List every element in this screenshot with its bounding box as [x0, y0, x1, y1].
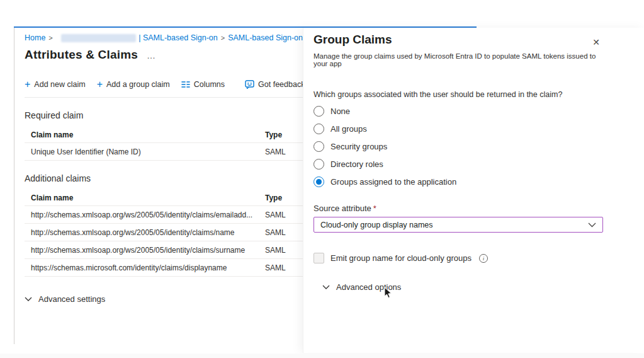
- chevron-down-icon: [25, 297, 32, 301]
- radio-icon: [314, 124, 324, 134]
- breadcrumb: Home > | SAML-based Sign-on > SAML-based…: [25, 33, 303, 42]
- required-claim-heading: Required claim: [25, 110, 303, 120]
- panel-subtitle: Manage the group claims used by Microsof…: [314, 52, 609, 67]
- radio-icon: [314, 141, 324, 152]
- table-header-row: Claim name Type: [25, 127, 303, 143]
- toolbar-underline: [25, 97, 303, 98]
- radio-security-groups[interactable]: Security groups: [314, 141, 633, 152]
- table-row[interactable]: http://schemas.xmlsoap.org/ws/2005/05/id…: [25, 241, 303, 259]
- page-title: Attributes & Claims: [25, 48, 138, 62]
- title-overflow-menu[interactable]: …: [147, 50, 156, 62]
- screenshot-root: Home > | SAML-based Sign-on > SAML-based…: [0, 0, 644, 358]
- columns-icon: [181, 81, 190, 88]
- breadcrumb-current-link[interactable]: SAML-based Sign-on: [228, 33, 303, 42]
- table-header-row: Claim name Type: [25, 190, 303, 206]
- breadcrumb-home-link[interactable]: Home: [25, 33, 45, 42]
- additional-claims-table: Claim name Type http://schemas.xmlsoap.o…: [25, 190, 303, 277]
- required-claim-table: Claim name Type Unique User Identifier (…: [25, 127, 303, 161]
- columns-button[interactable]: Columns: [181, 80, 225, 89]
- plus-icon: +: [97, 80, 103, 89]
- command-bar: + Add new claim + Add a group claim: [25, 77, 303, 92]
- table-row[interactable]: https://schemas.microsoft.com/identity/c…: [25, 259, 303, 277]
- group-claims-panel: Group Claims ✕ Manage the group claims u…: [303, 28, 644, 353]
- got-feedback-button[interactable]: Got feedback?: [245, 80, 309, 89]
- radio-directory-roles[interactable]: Directory roles: [314, 158, 633, 170]
- close-icon[interactable]: ✕: [590, 35, 602, 49]
- type-column-header[interactable]: Type: [259, 191, 303, 205]
- radio-icon: [314, 176, 324, 187]
- advanced-options-expander[interactable]: Advanced options: [322, 282, 633, 292]
- radio-none[interactable]: None: [314, 105, 633, 117]
- table-row[interactable]: Unique User Identifier (Name ID) SAML: [25, 143, 303, 161]
- group-selection-radio-group: None All groups Security groups Director…: [314, 105, 633, 187]
- radio-icon: [314, 159, 324, 170]
- plus-icon: +: [25, 80, 30, 89]
- info-icon[interactable]: i: [479, 254, 488, 263]
- emit-group-name-checkbox-row[interactable]: Emit group name for cloud-only groups i: [314, 253, 633, 263]
- radio-all-groups[interactable]: All groups: [314, 123, 633, 134]
- additional-claims-heading: Additional claims: [25, 173, 303, 183]
- breadcrumb-separator: >: [48, 34, 52, 42]
- add-group-claim-button[interactable]: + Add a group claim: [97, 80, 170, 89]
- claim-name-column-header[interactable]: Claim name: [25, 191, 259, 205]
- attributes-claims-blade: Home > | SAML-based Sign-on > SAML-based…: [14, 27, 303, 344]
- advanced-settings-expander[interactable]: Advanced settings: [25, 294, 303, 304]
- add-new-claim-button[interactable]: + Add new claim: [25, 80, 86, 89]
- radio-groups-assigned[interactable]: Groups assigned to the application: [314, 176, 633, 187]
- source-attribute-dropdown[interactable]: Cloud-only group display names: [314, 217, 603, 233]
- feedback-icon: [245, 80, 254, 89]
- breadcrumb-app-link[interactable]: | SAML-based Sign-on: [138, 33, 218, 42]
- radio-icon: [314, 106, 324, 117]
- type-column-header[interactable]: Type: [259, 128, 303, 142]
- panel-title: Group Claims: [314, 33, 392, 47]
- group-claims-question: Which groups associated with the user sh…: [314, 90, 633, 99]
- page-bottom-strip: [0, 354, 644, 358]
- table-row[interactable]: http://schemas.xmlsoap.org/ws/2005/05/id…: [25, 224, 303, 241]
- chevron-down-icon: [588, 222, 596, 228]
- source-attribute-label: Source attribute*: [314, 204, 633, 213]
- chevron-down-icon: [322, 285, 330, 289]
- claim-name-column-header[interactable]: Claim name: [25, 128, 259, 142]
- breadcrumb-separator: >: [221, 34, 225, 42]
- required-marker: *: [373, 204, 376, 213]
- redacted-app-name: [61, 34, 136, 42]
- checkbox-icon[interactable]: [314, 253, 324, 263]
- table-row[interactable]: http://schemas.xmlsoap.org/ws/2005/05/id…: [25, 206, 303, 224]
- dropdown-selected-value: Cloud-only group display names: [320, 221, 433, 229]
